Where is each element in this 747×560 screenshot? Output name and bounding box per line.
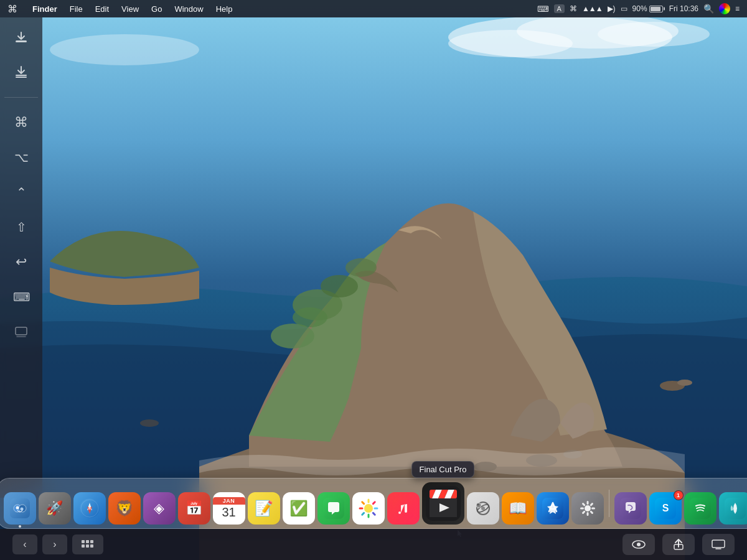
svg-point-44 [477,504,479,506]
svg-rect-53 [580,508,584,510]
svg-rect-20 [16,327,27,335]
svg-rect-48 [590,502,593,506]
menu-file[interactable]: File [65,3,88,15]
dock-item-skype[interactable]: S 1 [649,492,682,525]
svg-rect-19 [16,77,27,78]
svg-rect-63 [90,540,93,543]
sidebar-control-key[interactable]: ⌃ [9,180,34,205]
wifi-signal: ▲▲▲ [582,4,603,13]
sidebar-download-top[interactable] [9,25,34,50]
bottom-bar-share-btn[interactable] [662,534,695,555]
dock-icon-notes: 📝 [248,492,280,525]
menu-edit[interactable]: Edit [90,3,114,15]
menu-help[interactable]: Help [211,3,238,15]
sidebar: ⌘ ⌥ ⌃ ⇧ ↩ ⌨ [0,17,42,498]
dock-item-finalcut[interactable]: Final Cut Pro [422,482,464,525]
menu-window[interactable]: Window [169,3,208,15]
search-icon[interactable]: 🔍 [703,4,714,14]
dock-item-calendar[interactable]: JAN 31 [213,492,245,525]
dock-item-books[interactable]: 📖 [502,492,534,525]
dock-item-finder[interactable] [4,492,36,525]
sidebar-screen-off[interactable] [9,319,34,344]
wifi-icon: ⌘ [570,4,577,13]
battery-fill [651,7,660,11]
bottom-bar-center [622,534,735,555]
svg-point-68 [637,543,641,546]
dock-icon-photos [352,492,385,525]
dock-item-reminders[interactable]: ✅ [283,492,315,525]
desktop [0,0,747,560]
a-badge: A [554,4,565,13]
battery-box [649,6,663,12]
menu-items: Finder File Edit View Go Window Help [27,3,537,15]
sidebar-keyboard[interactable]: ⌨ [9,284,34,309]
dock-item-fantastical[interactable]: 📅 [178,492,210,525]
svg-rect-61 [82,540,85,543]
dock-icon-spotify [684,492,716,525]
svg-rect-62 [86,540,89,543]
dock-icon-surfshark [719,492,748,525]
sidebar-import[interactable] [9,60,34,85]
dock-item-appstore[interactable] [537,492,569,525]
menu-right: ⌨ A ⌘ ▲▲▲ ▶) ▭ 90% Fri 10:36 🔍 ≡ [537,3,740,14]
svg-point-3 [448,30,573,57]
dock-item-brave[interactable]: 🦁 [108,492,141,525]
svg-point-32 [364,504,373,513]
sidebar-divider-1 [4,97,38,98]
dock-container: 🚀 🦁 ◈ 📅 JAN 31 📝 [42,478,747,529]
dock-item-messages[interactable] [317,492,350,525]
svg-rect-33 [393,498,414,519]
siri-globe-icon[interactable] [719,3,730,14]
dock-icon-finalcut [422,482,464,525]
dock-icon-gyroflow [467,492,499,525]
menu-go[interactable]: Go [146,3,167,15]
skype-badge: 1 [674,490,684,500]
bottom-bar-grid-btn[interactable] [72,534,103,554]
svg-rect-18 [16,75,27,76]
menu-finder[interactable]: Finder [27,3,62,15]
bottom-bar: ‹ › [0,529,747,560]
dock-item-launchpad[interactable]: 🚀 [39,492,71,525]
bottom-bar-back-btn[interactable]: ‹ [12,534,37,554]
dock-item-notes[interactable]: 📝 [248,492,280,525]
svg-rect-54 [581,502,585,506]
bottom-bar-eye-btn[interactable] [622,534,655,555]
dock-item-viber[interactable] [614,492,647,525]
dock-icon-calendar: JAN 31 [213,492,245,525]
dock: 🚀 🦁 ◈ 📅 JAN 31 📝 [0,478,747,529]
apple-logo-icon[interactable]: ⌘ [7,3,17,15]
volume-icon: ▶) [608,4,616,13]
sidebar-option-key[interactable]: ⌥ [9,145,34,170]
menu-view[interactable]: View [116,3,144,15]
sidebar-shift-key[interactable]: ⇧ [9,215,34,240]
keyboard-icon: ⌨ [537,4,549,14]
svg-rect-47 [586,501,588,505]
svg-rect-49 [591,508,595,510]
dock-item-arc[interactable]: ◈ [143,492,176,525]
svg-rect-51 [586,512,588,516]
bottom-bar-screen-btn[interactable] [702,534,735,555]
sidebar-undo[interactable]: ↩ [9,250,34,274]
svg-rect-66 [90,544,93,548]
svg-point-15 [677,380,692,386]
dock-icon-viber [614,492,647,525]
dock-item-safari[interactable] [73,492,106,525]
dock-item-music[interactable] [387,492,420,525]
svg-rect-50 [590,510,593,514]
list-icon[interactable]: ≡ [735,4,740,13]
sidebar-command-key[interactable]: ⌘ [9,110,34,135]
dock-item-surfshark[interactable] [719,492,748,525]
svg-point-4 [598,22,710,47]
svg-rect-52 [581,510,585,514]
dock-item-gyroflow[interactable] [467,492,499,525]
dock-icon-arc: ◈ [143,492,176,525]
dock-icon-messages [317,492,350,525]
dock-item-spotify[interactable] [684,492,716,525]
dock-item-sysprefs[interactable] [571,492,604,525]
dock-icon-brave: 🦁 [108,492,141,525]
svg-text:S: S [662,503,669,513]
dock-icon-safari [73,492,106,525]
dock-separator [609,490,609,517]
bottom-bar-forward-btn[interactable]: › [42,534,67,554]
dock-item-photos[interactable] [352,492,385,525]
